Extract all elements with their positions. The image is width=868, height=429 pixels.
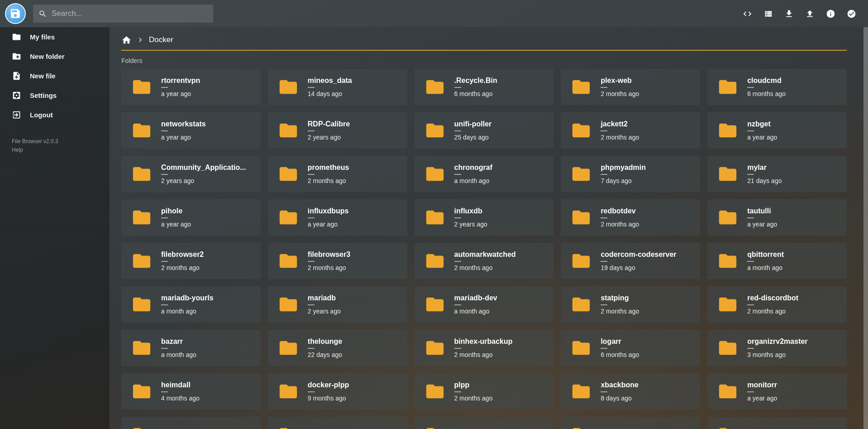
- folder-card[interactable]: plpp 2 months ago: [415, 373, 554, 410]
- folder-card[interactable]: pihole a year ago: [121, 199, 261, 236]
- switch-view-button[interactable]: [760, 6, 776, 21]
- breadcrumb-current[interactable]: Docker: [149, 35, 173, 44]
- folder-card[interactable]: plex-web 2 months ago: [561, 69, 700, 105]
- folder-card[interactable]: mariadb 2 years ago: [268, 286, 407, 323]
- folder-icon: [717, 207, 738, 228]
- info-button[interactable]: [823, 6, 838, 21]
- folder-card[interactable]: codercom-codeserver 19 days ago: [561, 243, 700, 279]
- sidebar-item-my-files[interactable]: My files: [0, 27, 110, 47]
- folder-card[interactable]: docker-plpp 9 months ago: [268, 373, 407, 410]
- folder-icon: [278, 120, 299, 141]
- folder-card[interactable]: mariadb-yourls a month ago: [121, 286, 261, 323]
- folder-icon: [424, 294, 445, 315]
- folder-card[interactable]: nzbget a year ago: [707, 112, 847, 149]
- folder-card[interactable]: filebrowser2 2 months ago: [121, 243, 261, 279]
- code-view-button[interactable]: [739, 6, 755, 21]
- folder-card[interactable]: chronograf a month ago: [415, 156, 554, 192]
- card-divider: [747, 391, 754, 392]
- folder-icon: [131, 337, 152, 358]
- folder-card[interactable]: prometheus 2 months ago: [268, 156, 407, 192]
- card-divider: [747, 130, 754, 131]
- scrollbar[interactable]: [863, 27, 868, 429]
- filebrowser-logo[interactable]: [5, 3, 26, 24]
- folder-card[interactable]: automarkwatched 2 months ago: [415, 243, 554, 279]
- folder-card[interactable]: mylar 21 days ago: [707, 156, 847, 192]
- folder-name: heimdall: [161, 381, 200, 389]
- folder-modified: 4 months ago: [161, 395, 200, 402]
- folder-modified: 9 months ago: [308, 395, 349, 402]
- sidebar-item-settings[interactable]: Settings: [0, 86, 110, 105]
- folder-card[interactable]: organizr: [268, 417, 407, 429]
- folder-card[interactable]: monitorr a year ago: [707, 373, 847, 410]
- home-icon: [121, 35, 132, 45]
- folder-card[interactable]: code-server: [121, 417, 261, 429]
- folder-card[interactable]: red-discordbot 2 months ago: [707, 286, 847, 323]
- sidebar-item-new-folder[interactable]: New folder: [0, 47, 110, 66]
- card-divider: [454, 304, 461, 305]
- folder-card[interactable]: heimdall 4 months ago: [121, 373, 261, 410]
- card-divider: [161, 261, 168, 262]
- folder-card[interactable]: mineos_data 14 days ago: [268, 69, 407, 105]
- folder-card[interactable]: organizrv2master 3 months ago: [707, 330, 847, 366]
- folder-card[interactable]: jackett2 2 months ago: [561, 112, 700, 149]
- breadcrumb-home-button[interactable]: [121, 35, 132, 45]
- folder-name: prometheus: [308, 164, 349, 172]
- folder-icon: [424, 251, 445, 271]
- folder-name: logarr: [601, 337, 639, 346]
- sidebar-item-label: My files: [30, 33, 55, 41]
- folder-card[interactable]: binhex-urbackup 2 months ago: [415, 330, 554, 366]
- folder-card[interactable]: filebrowser3 2 months ago: [268, 243, 407, 279]
- folder-card[interactable]: cloudcmd 6 months ago: [707, 69, 847, 105]
- sidebar-item-logout[interactable]: Logout: [0, 105, 110, 125]
- folder-card[interactable]: xbackbone 8 days ago: [561, 373, 700, 410]
- folder-card[interactable]: redbotdev 2 months ago: [561, 199, 700, 236]
- folder-card[interactable]: statping 2 months ago: [561, 286, 700, 323]
- folder-card[interactable]: logarr 6 months ago: [561, 330, 700, 366]
- folder-card[interactable]: networkstats a year ago: [121, 112, 261, 149]
- card-divider: [747, 174, 754, 175]
- folder-card[interactable]: bazarr a month ago: [121, 330, 261, 366]
- folder-card[interactable]: mineos: [561, 417, 700, 429]
- folder-card-text: .Recycle.Bin 6 months ago: [454, 77, 497, 97]
- section-label: Folders: [121, 57, 847, 64]
- folder-card[interactable]: influxdb 2 years ago: [415, 199, 554, 236]
- upload-button[interactable]: [802, 6, 817, 21]
- select-multiple-button[interactable]: [844, 6, 859, 21]
- sidebar-item-new-file[interactable]: New file: [0, 66, 110, 86]
- breadcrumb: Docker: [121, 33, 847, 47]
- folder-modified: a month ago: [747, 264, 784, 271]
- folder-card[interactable]: .Recycle.Bin 6 months ago: [415, 69, 554, 105]
- folder-icon: [571, 120, 591, 141]
- folder-card[interactable]: mariadb-dev a month ago: [415, 286, 554, 323]
- folder-card[interactable]: codimd: [707, 417, 847, 429]
- folder-card[interactable]: qbittorrent a month ago: [707, 243, 847, 279]
- logout-icon: [12, 110, 21, 120]
- search-input[interactable]: [52, 9, 208, 18]
- folder-modified: 2 months ago: [454, 395, 493, 402]
- download-button[interactable]: [781, 6, 796, 21]
- card-divider: [454, 217, 461, 218]
- folder-name: mariadb-yourls: [161, 294, 214, 302]
- folder-card[interactable]: minecraft: [415, 417, 554, 429]
- folder-card[interactable]: unifi-poller 25 days ago: [415, 112, 554, 149]
- folder-icon: [278, 381, 299, 402]
- folder-card[interactable]: rtorrentvpn a year ago: [121, 69, 261, 105]
- card-divider: [747, 304, 754, 305]
- folder-icon: [278, 77, 299, 97]
- folder-card[interactable]: tautulli a year ago: [707, 199, 847, 236]
- folder-card[interactable]: thelounge 22 days ago: [268, 330, 407, 366]
- folder-card[interactable]: Community_Applicatio... 2 years ago: [121, 156, 261, 192]
- folder-card[interactable]: influxdbups a year ago: [268, 199, 407, 236]
- card-divider: [454, 261, 461, 262]
- folder-card-text: rtorrentvpn a year ago: [161, 77, 200, 97]
- folder-card-text: bazarr a month ago: [161, 337, 196, 358]
- folder-card[interactable]: RDP-Calibre 2 years ago: [268, 112, 407, 149]
- folder-icon: [424, 120, 445, 141]
- help-link[interactable]: Help: [12, 146, 110, 154]
- folder-card[interactable]: phpmyadmin 7 days ago: [561, 156, 700, 192]
- folder-icon: [424, 337, 445, 358]
- folder-card-text: plex-web 2 months ago: [601, 77, 639, 97]
- folder-card-text: statping 2 months ago: [601, 294, 639, 315]
- folder-modified: 2 years ago: [308, 308, 341, 315]
- folder-name: mariadb: [308, 294, 341, 302]
